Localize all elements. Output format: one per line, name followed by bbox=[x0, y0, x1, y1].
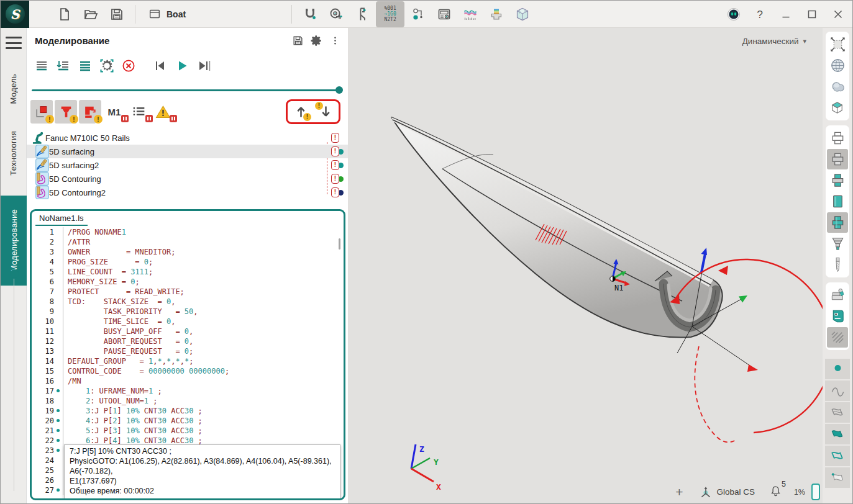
tree-item-fanuc-m710ic-50-rails[interactable]: Fanuc M710IC 50 Rails! bbox=[27, 131, 348, 145]
collision-machine-indicator[interactable]: ! bbox=[79, 100, 101, 124]
code-line-1[interactable]: 1/PROG NONAME1 bbox=[32, 227, 344, 237]
signal-chart-button[interactable] bbox=[458, 2, 483, 26]
code-line-4[interactable]: 4PROG_SIZE = 0; bbox=[32, 257, 344, 267]
sim-mode-full-button[interactable] bbox=[75, 56, 95, 75]
sim-machining-button[interactable] bbox=[97, 56, 117, 75]
slider-knob[interactable] bbox=[335, 86, 343, 94]
wire-cube-button[interactable] bbox=[827, 97, 848, 118]
main-menu-button[interactable] bbox=[6, 37, 22, 49]
sim-mode-step-button[interactable] bbox=[53, 56, 73, 75]
workpiece-teal-top-button[interactable] bbox=[827, 170, 848, 191]
code-line-11[interactable]: 11 BUSY_LAMP_OFF = 0, bbox=[32, 326, 344, 336]
slider-track[interactable] bbox=[32, 89, 339, 91]
code-line-19[interactable]: 19 3:J P[1] 10% CNT30 ACC30 ; bbox=[32, 406, 344, 416]
tree-item-5d-surfacing[interactable]: 5D surfacing! bbox=[27, 145, 348, 158]
boat-model[interactable] bbox=[391, 117, 723, 338]
solid-blob-button[interactable] bbox=[827, 76, 848, 97]
gear-button[interactable] bbox=[307, 31, 326, 50]
error-badge[interactable]: ! bbox=[331, 187, 339, 197]
editor-file-tab[interactable]: NoName1.ls bbox=[35, 212, 88, 226]
wave-button[interactable] bbox=[825, 380, 850, 401]
scene-canvas[interactable]: N1 Z Y bbox=[349, 28, 824, 503]
error-badge[interactable]: ! bbox=[331, 174, 339, 184]
simulation-progress-slider[interactable] bbox=[32, 86, 343, 94]
tree-item-5d-contouring2[interactable]: 5D Contouring2! bbox=[27, 186, 348, 199]
new-file-button[interactable] bbox=[52, 2, 77, 26]
magnet-button[interactable] bbox=[298, 2, 322, 26]
error-badge[interactable]: ! bbox=[331, 146, 339, 156]
notifications-button[interactable]: 5 bbox=[770, 485, 782, 499]
caliper-button[interactable] bbox=[350, 2, 375, 26]
collision-tool-indicator[interactable]: ! bbox=[55, 100, 77, 124]
prev-error-button[interactable]: ! bbox=[293, 103, 309, 120]
path-nodes-button[interactable] bbox=[406, 2, 431, 26]
view-mode-dropdown[interactable]: Динамический ▾ bbox=[742, 37, 806, 46]
drill-bit-button[interactable] bbox=[827, 254, 848, 275]
robot-head-button[interactable] bbox=[827, 306, 848, 326]
tool-holder-button[interactable] bbox=[827, 233, 848, 254]
open-file-button[interactable] bbox=[78, 2, 103, 26]
code-line-17[interactable]: 17 1: UFRAME_NUM=1 ; bbox=[32, 386, 344, 396]
flag-gradient-button[interactable] bbox=[825, 446, 850, 466]
minimize-button[interactable] bbox=[773, 2, 799, 27]
save-file-button[interactable] bbox=[104, 2, 129, 26]
sidebar-tab-модель[interactable]: Модель bbox=[9, 65, 18, 112]
gcode-block-button[interactable]: %001→1G0N2T2 bbox=[376, 1, 404, 27]
tree-item-5d-surfacing2[interactable]: 5D surfacing2! bbox=[27, 158, 348, 172]
close-button[interactable] bbox=[825, 2, 851, 27]
kebab-button[interactable] bbox=[326, 31, 344, 50]
code-line-6[interactable]: 6MEMORY_SIZE = 0; bbox=[32, 277, 344, 287]
maximize-button[interactable] bbox=[799, 2, 825, 27]
machine-m1-indicator[interactable]: M1 bbox=[103, 100, 125, 124]
tape-measure-button[interactable] bbox=[324, 2, 349, 26]
code-line-12[interactable]: 12 ABORT_REQUEST = 0, bbox=[32, 336, 344, 346]
code-line-13[interactable]: 13 PAUSE_REQUEST = 0; bbox=[32, 346, 344, 356]
teal-dot-button[interactable] bbox=[825, 359, 850, 379]
flag-outline-button[interactable] bbox=[825, 402, 850, 423]
control-pendant-button[interactable] bbox=[432, 2, 457, 26]
interp-list-indicator[interactable] bbox=[127, 100, 150, 124]
play-button[interactable] bbox=[172, 56, 192, 75]
tree-item-5d-contouring[interactable]: 5D Contouring! bbox=[27, 172, 348, 186]
code-line-18[interactable]: 18 2: UTOOL_NUM=1 ; bbox=[32, 396, 344, 406]
code-line-3[interactable]: 3OWNER = MNEDITOR; bbox=[32, 247, 344, 257]
fit-view-button[interactable] bbox=[827, 34, 848, 55]
code-line-9[interactable]: 9 TASK_PRIORITY = 50, bbox=[32, 307, 344, 317]
help-button[interactable]: ? bbox=[747, 2, 773, 27]
viewport-3d[interactable]: Динамический ▾ bbox=[349, 28, 824, 503]
code-line-15[interactable]: 15CONTROL_CODE = 00000000 00000000; bbox=[32, 366, 344, 376]
layered-part-button[interactable] bbox=[484, 2, 509, 26]
code-line-16[interactable]: 16/MN bbox=[32, 376, 344, 386]
code-line-21[interactable]: 21 5:J P[3] 10% CNT30 ACC30 ; bbox=[32, 426, 344, 436]
add-cs-button[interactable]: + bbox=[675, 485, 683, 500]
code-line-14[interactable]: 14DEFAULT_GROUP = 1,*,*,*,*; bbox=[32, 356, 344, 366]
sim-mode-lines-button[interactable] bbox=[32, 56, 52, 75]
collision-part-indicator[interactable]: ! bbox=[30, 100, 53, 124]
code-line-8[interactable]: 8TCD: STACK_SIZE = 0, bbox=[32, 297, 344, 307]
sim-stop-button[interactable] bbox=[119, 56, 139, 75]
code-line-7[interactable]: 7PROTECT = READ_WRITE; bbox=[32, 287, 344, 297]
workpiece-outline-button[interactable] bbox=[827, 128, 848, 148]
skip-end-button[interactable] bbox=[194, 56, 214, 75]
flag-dot-button[interactable] bbox=[825, 467, 850, 488]
next-error-button[interactable]: ! bbox=[317, 103, 334, 120]
workpiece-teal-button[interactable] bbox=[827, 212, 848, 233]
coordinate-system-selector[interactable]: Global CS bbox=[699, 485, 755, 499]
code-line-5[interactable]: 5LINE_COUNT = 3111; bbox=[32, 267, 344, 277]
material-cube-button[interactable] bbox=[510, 2, 535, 26]
robot-assistant-button[interactable] bbox=[721, 2, 747, 27]
skip-start-button[interactable] bbox=[150, 56, 170, 75]
error-badge[interactable]: ! bbox=[331, 160, 339, 170]
machine-button[interactable] bbox=[827, 285, 848, 305]
flag-teal-button[interactable] bbox=[825, 424, 850, 444]
code-line-20[interactable]: 20 4:J P[2] 10% CNT30 ACC30 ; bbox=[32, 416, 344, 426]
warning-triangle-indicator[interactable] bbox=[152, 100, 174, 124]
workpiece-cylinder-button[interactable] bbox=[827, 191, 848, 212]
timeline-handle[interactable] bbox=[10, 269, 19, 278]
globe-button[interactable] bbox=[827, 55, 848, 76]
error-badge[interactable]: ! bbox=[331, 133, 339, 143]
app-logo[interactable]: S bbox=[1, 1, 29, 28]
editor-scrollbar[interactable] bbox=[339, 238, 340, 250]
hatch-button[interactable] bbox=[827, 327, 848, 348]
save-file-button[interactable] bbox=[288, 31, 307, 50]
